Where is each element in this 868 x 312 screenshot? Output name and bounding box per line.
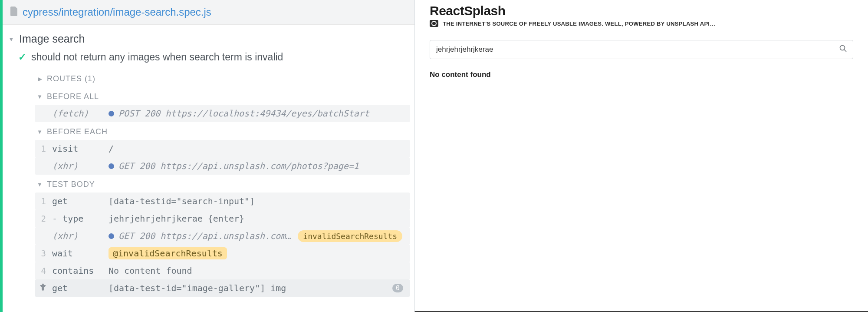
search-input[interactable] — [436, 45, 839, 54]
search-wrapper[interactable] — [430, 40, 853, 59]
alias-pill: invalidSearchResults — [298, 230, 402, 242]
command-message: No content found — [108, 266, 406, 276]
before-each-label: BEFORE EACH — [47, 127, 108, 136]
command-message: / — [108, 143, 406, 154]
caret-down-icon: ▼ — [36, 181, 43, 188]
app-tagline: THE INTERNET'S SOURCE OF FREELY USABLE I… — [443, 20, 716, 27]
search-icon[interactable] — [839, 45, 847, 54]
describe-row[interactable]: ▼ Image search — [8, 29, 414, 48]
command-row[interactable]: 3 wait @invalidSearchResults — [35, 245, 410, 262]
command-number: 4 — [35, 266, 52, 275]
command-row[interactable]: 2 type jehrjehrjehrjkerae {enter} — [35, 210, 410, 227]
command-message: jehrjehrjehrjkerae {enter} — [108, 213, 406, 224]
test-body-label: TEST BODY — [47, 180, 95, 189]
before-all-header[interactable]: ▼ BEFORE ALL — [24, 87, 414, 105]
command-name: get — [52, 283, 108, 293]
routes-label: ROUTES (1) — [47, 74, 95, 83]
command-number: 3 — [35, 249, 52, 258]
command-row[interactable]: 4 contains No content found — [35, 262, 410, 279]
command-message: [data-test-id="image-gallery"] img — [108, 283, 392, 293]
command-name: (xhr) — [52, 161, 108, 171]
command-name: (xhr) — [52, 231, 108, 241]
command-row[interactable]: (xhr) GET 200 https://api.unsplash.com/p… — [35, 157, 410, 175]
before-all-label: BEFORE ALL — [47, 92, 99, 101]
camera-icon — [430, 20, 438, 27]
caret-right-icon: ▶ — [36, 76, 43, 82]
svg-line-1 — [844, 50, 846, 52]
test-row[interactable]: ✓ should not return any images when sear… — [8, 48, 414, 66]
command-number: 1 — [35, 144, 52, 153]
command-message: POST 200 https://localhost:49434/eyes/ba… — [108, 108, 406, 119]
cypress-reporter: cypress/integration/image-search.spec.js… — [0, 0, 414, 312]
caret-down-icon: ▼ — [36, 93, 43, 100]
command-message: @invalidSearchResults — [108, 247, 406, 259]
routes-section-header[interactable]: ▶ ROUTES (1) — [24, 69, 414, 87]
file-icon — [10, 7, 18, 18]
command-number: 2 — [35, 214, 52, 223]
xhr-dot-icon — [108, 233, 114, 239]
command-name: contains — [52, 266, 108, 276]
command-row[interactable]: (fetch) POST 200 https://localhost:49434… — [35, 105, 410, 122]
spec-file-path[interactable]: cypress/integration/image-search.spec.js — [23, 6, 211, 18]
command-message: [data-testid="search-input"] — [108, 196, 406, 206]
check-icon: ✓ — [18, 52, 26, 63]
app-title: ReactSplash — [430, 3, 853, 18]
command-row-pinned[interactable]: get [data-test-id="image-gallery"] img 0 — [35, 279, 410, 297]
test-title: should not return any images when search… — [31, 51, 283, 63]
xhr-dot-icon — [108, 111, 114, 116]
svg-point-0 — [840, 46, 845, 50]
command-message: GET 200 https://api.unsplash.com/photos?… — [108, 161, 406, 171]
command-number: 1 — [35, 196, 52, 206]
describe-title: Image search — [19, 33, 85, 45]
command-name: get — [52, 196, 108, 206]
command-name: wait — [52, 248, 108, 259]
element-count-badge: 0 — [392, 284, 403, 292]
alias-reference: @invalidSearchResults — [108, 247, 227, 259]
command-name: visit — [52, 143, 108, 154]
command-row[interactable]: 1 get [data-testid="search-input"] — [35, 193, 410, 210]
before-each-header[interactable]: ▼ BEFORE EACH — [24, 122, 414, 140]
command-name: (fetch) — [52, 108, 108, 119]
xhr-dot-icon — [108, 163, 114, 169]
command-name: type — [52, 213, 108, 224]
app-preview: ReactSplash THE INTERNET'S SOURCE OF FRE… — [414, 0, 868, 312]
caret-down-icon: ▼ — [36, 129, 43, 135]
no-content-message: No content found — [430, 70, 853, 79]
command-row[interactable]: (xhr) GET 200 https://api.unsplash.com… … — [35, 227, 410, 245]
command-message: GET 200 https://api.unsplash.com… invali… — [108, 230, 406, 242]
test-body-header[interactable]: ▼ TEST BODY — [24, 175, 414, 193]
pin-icon — [35, 283, 52, 293]
command-row[interactable]: 1 visit / — [35, 140, 410, 157]
caret-down-icon: ▼ — [8, 36, 15, 43]
spec-file-header[interactable]: cypress/integration/image-search.spec.js — [3, 0, 414, 25]
